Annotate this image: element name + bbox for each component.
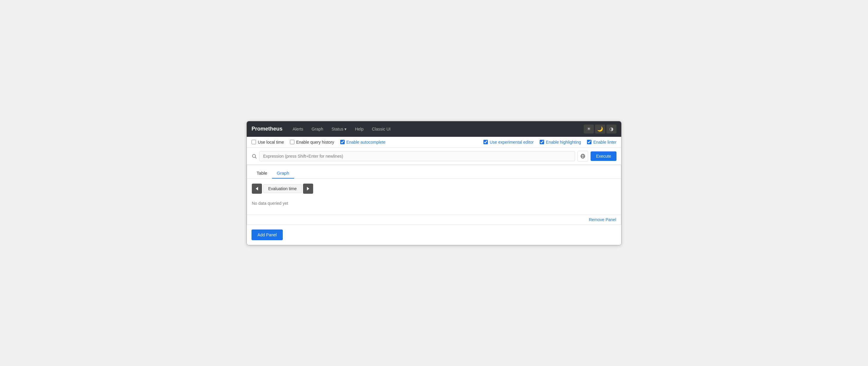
- nav-status[interactable]: Status ▾: [329, 125, 350, 133]
- execute-button[interactable]: Execute: [591, 151, 617, 161]
- chevron-down-icon: ▾: [344, 127, 346, 132]
- globe-button[interactable]: [578, 151, 588, 162]
- remove-panel-link[interactable]: Remove Panel: [589, 217, 616, 222]
- add-panel-area: Add Panel: [247, 225, 621, 245]
- enable-linter-checkbox[interactable]: Enable linter: [587, 140, 617, 145]
- use-local-time-input[interactable]: [251, 140, 256, 144]
- eval-time-row: Evaluation time: [252, 184, 616, 194]
- panel-footer: Remove Panel: [247, 215, 621, 224]
- svg-marker-6: [307, 187, 309, 191]
- app-window: Prometheus Alerts Graph Status ▾ Help Cl…: [246, 121, 622, 245]
- enable-highlighting-checkbox[interactable]: Enable highlighting: [540, 140, 581, 145]
- enable-autocomplete-input[interactable]: [340, 140, 345, 144]
- nav-classic-ui[interactable]: Classic UI: [369, 125, 394, 133]
- svg-line-1: [255, 157, 256, 158]
- options-bar: Use local time Enable query history Enab…: [247, 137, 621, 148]
- enable-query-history-checkbox[interactable]: Enable query history: [290, 140, 334, 145]
- tab-table[interactable]: Table: [252, 168, 272, 178]
- contrast-theme-button[interactable]: ◑: [606, 124, 617, 134]
- search-bar: Execute: [247, 148, 621, 165]
- nav-graph[interactable]: Graph: [309, 125, 326, 133]
- no-data-message: No data queried yet: [252, 198, 616, 208]
- enable-highlighting-input[interactable]: [540, 140, 544, 144]
- navbar-right: ☀ 🌙 ◑: [584, 124, 617, 134]
- use-experimental-editor-checkbox[interactable]: Use experimental editor: [484, 140, 534, 145]
- eval-time-label: Evaluation time: [263, 184, 302, 193]
- enable-query-history-input[interactable]: [290, 140, 294, 144]
- use-local-time-checkbox[interactable]: Use local time: [251, 140, 284, 145]
- main-content: Use local time Enable query history Enab…: [247, 137, 621, 245]
- svg-point-0: [252, 154, 256, 158]
- dark-theme-button[interactable]: 🌙: [595, 124, 605, 134]
- enable-linter-input[interactable]: [587, 140, 591, 144]
- add-panel-button[interactable]: Add Panel: [251, 229, 283, 240]
- eval-time-prev-button[interactable]: [252, 184, 262, 194]
- panel-tabs: Table Graph: [247, 165, 621, 179]
- navbar-left: Prometheus Alerts Graph Status ▾ Help Cl…: [251, 125, 394, 133]
- expression-input[interactable]: [259, 151, 575, 161]
- panel-body: Evaluation time No data queried yet: [247, 179, 621, 215]
- nav-help[interactable]: Help: [352, 125, 366, 133]
- navbar: Prometheus Alerts Graph Status ▾ Help Cl…: [247, 121, 621, 137]
- navbar-brand: Prometheus: [251, 126, 282, 132]
- tab-graph[interactable]: Graph: [272, 168, 294, 178]
- enable-autocomplete-checkbox[interactable]: Enable autocomplete: [340, 140, 386, 145]
- use-experimental-editor-input[interactable]: [484, 140, 488, 144]
- search-icon: [251, 153, 257, 159]
- eval-time-next-button[interactable]: [303, 184, 313, 194]
- light-theme-button[interactable]: ☀: [584, 124, 594, 134]
- nav-alerts[interactable]: Alerts: [290, 125, 306, 133]
- panel: Table Graph Evaluation time: [247, 165, 621, 225]
- svg-marker-5: [256, 187, 258, 191]
